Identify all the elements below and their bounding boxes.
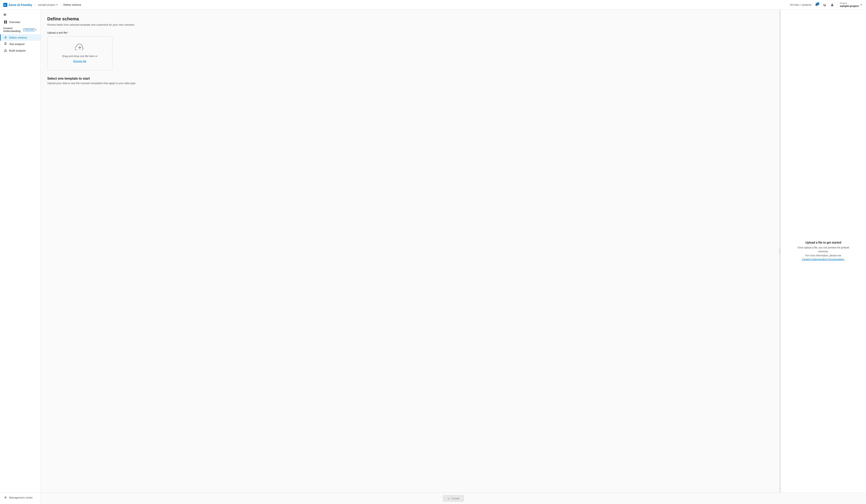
svg-rect-10 xyxy=(4,51,7,52)
bottom-bar: Create xyxy=(41,493,866,504)
notifications-button[interactable]: 1 xyxy=(814,2,819,8)
settings-button[interactable] xyxy=(822,2,827,8)
sidebar: Overview Content Understanding PREVIEW D… xyxy=(0,10,41,504)
svg-rect-11 xyxy=(5,497,6,498)
page-title: Define schema xyxy=(47,16,773,22)
documentation-link[interactable]: Content Understanding Documentation. xyxy=(802,258,845,261)
check-icon xyxy=(447,497,450,500)
svg-rect-2 xyxy=(4,14,6,14)
sidebar-management-label: Management center xyxy=(9,496,33,499)
define-schema-icon xyxy=(4,36,7,39)
sidebar-item-define-schema[interactable]: Define schema xyxy=(0,34,41,41)
preview-empty-state: Upload a file to get started Once upload… xyxy=(795,241,852,261)
preview-panel: Upload a file to get started Once upload… xyxy=(780,10,866,493)
chevron-up-icon xyxy=(35,28,37,31)
upload-area[interactable]: Drag and drop one file here or Browse fi… xyxy=(47,36,112,70)
svg-point-9 xyxy=(5,37,6,38)
preview-badge: PREVIEW xyxy=(23,28,35,31)
sidebar-item-label: Build analyzer xyxy=(9,49,26,52)
template-section-subtitle: Upload your data to see the scenario tem… xyxy=(47,82,773,85)
sidebar-item-label: Test analyzer xyxy=(9,43,25,46)
project-info: Project sample-project xyxy=(837,2,863,8)
upload-label: Upload a test file* xyxy=(47,31,773,34)
preview-empty-text: Once upload a file, you can preview the … xyxy=(795,246,852,261)
project-name: sample-project xyxy=(840,4,859,8)
notification-badge: 1 xyxy=(817,2,819,5)
page-subtitle: Review fields from selected template and… xyxy=(47,23,773,26)
app-body: Overview Content Understanding PREVIEW D… xyxy=(0,10,866,504)
svg-rect-6 xyxy=(6,21,7,22)
sidebar-item-label: Define schema xyxy=(9,36,27,39)
collapse-icon xyxy=(3,13,7,16)
sidebar-section-label: Content Understanding xyxy=(3,27,22,33)
svg-rect-4 xyxy=(4,15,6,16)
breadcrumb-sep1: / xyxy=(35,3,35,7)
browse-file-link[interactable]: Browse file xyxy=(73,60,86,63)
upload-cloud-icon xyxy=(75,44,85,53)
template-section-title: Select one template to start xyxy=(47,77,773,80)
svg-rect-7 xyxy=(4,22,5,23)
account-button[interactable] xyxy=(830,2,835,8)
sidebar-item-overview[interactable]: Overview xyxy=(0,19,41,25)
main-content: Define schema Review fields from selecte… xyxy=(41,10,866,493)
overview-icon xyxy=(4,20,7,24)
topbar-right: All hubs + projects 1 Project sample-pro… xyxy=(790,2,863,8)
breadcrumb-current: Define schema xyxy=(63,3,81,6)
required-marker: * xyxy=(67,31,68,34)
content-panel: Define schema Review fields from selecte… xyxy=(41,10,779,493)
sidebar-item-management[interactable]: Management center xyxy=(0,494,41,501)
app-name: Azure AI Foundry xyxy=(9,3,32,7)
svg-point-1 xyxy=(832,4,833,5)
all-hubs-link[interactable]: All hubs + projects xyxy=(790,3,812,6)
sidebar-item-label: Overview xyxy=(9,21,20,24)
breadcrumb-project[interactable]: sample-project xyxy=(38,3,58,6)
sidebar-bottom: Management center xyxy=(0,492,41,502)
topbar-left: Azure AI Foundry / sample-project / Defi… xyxy=(3,3,81,7)
svg-rect-8 xyxy=(6,22,7,23)
svg-rect-5 xyxy=(4,21,5,22)
test-analyzer-icon xyxy=(4,42,7,46)
project-label: Project xyxy=(840,2,859,4)
drag-drop-text: Drag and drop one file here or xyxy=(62,55,97,58)
person-icon xyxy=(830,3,834,7)
preview-empty-title: Upload a file to get started xyxy=(795,241,852,244)
topbar: Azure AI Foundry / sample-project / Defi… xyxy=(0,0,866,10)
app-logo[interactable]: Azure AI Foundry xyxy=(3,3,32,7)
expand-icon[interactable] xyxy=(859,3,863,7)
chevron-down-icon xyxy=(56,3,58,6)
management-icon xyxy=(4,496,7,499)
breadcrumb: sample-project / Define schema xyxy=(38,3,81,6)
sidebar-item-test-analyzer[interactable]: Test analyzer xyxy=(0,41,41,47)
sidebar-group-header[interactable]: Content Understanding PREVIEW xyxy=(0,25,41,34)
build-analyzer-icon xyxy=(4,49,7,52)
sidebar-item-build-analyzer[interactable]: Build analyzer xyxy=(0,47,41,54)
create-button[interactable]: Create xyxy=(443,495,464,502)
main: Define schema Review fields from selecte… xyxy=(41,10,866,504)
svg-rect-3 xyxy=(4,14,6,15)
gear-icon xyxy=(823,3,826,7)
logo-icon xyxy=(3,3,7,7)
sidebar-collapse-button[interactable] xyxy=(2,12,8,17)
